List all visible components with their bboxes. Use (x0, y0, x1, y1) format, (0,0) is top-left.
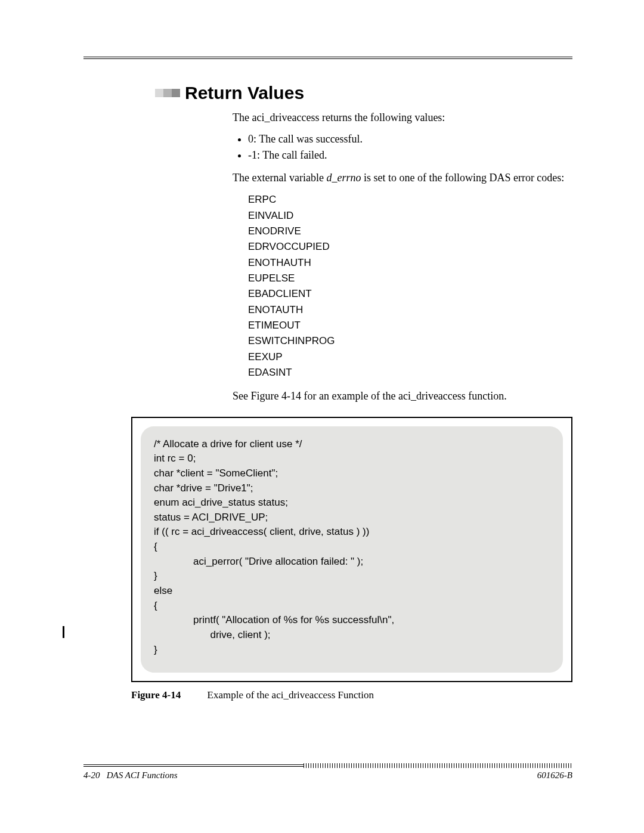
error-code: EBADCLIENT (248, 286, 570, 302)
footer-rule-right (304, 763, 572, 768)
text: The external variable (233, 172, 326, 184)
code-figure-frame: /* Allocate a drive for client use */ in… (131, 417, 572, 683)
footer-left: 4-20 DAS ACI Functions (83, 770, 178, 781)
code-block: /* Allocate a drive for client use */ in… (141, 426, 563, 673)
error-code-list: ERPC EINVALID ENODRIVE EDRVOCCUPIED ENOT… (233, 192, 570, 380)
revision-bar (63, 626, 64, 638)
chapter-title: DAS ACI Functions (107, 770, 178, 780)
text: is set to one of the following DAS error… (361, 172, 564, 184)
page-body: Return Values The aci_driveaccess return… (83, 57, 572, 755)
footer-rule-left (83, 764, 304, 767)
error-code: EDASINT (248, 365, 570, 380)
error-code: ETIMEOUT (248, 318, 570, 333)
error-code: ENOTAUTH (248, 302, 570, 318)
error-code: ESWITCHINPROG (248, 333, 570, 349)
page-footer: 4-20 DAS ACI Functions 601626-B (83, 763, 572, 781)
return-values-list: 0: The call was successful. -1: The call… (233, 132, 570, 162)
figure-caption: Figure 4-14 Example of the aci_driveacce… (131, 689, 572, 701)
list-item: 0: The call was successful. (248, 132, 570, 146)
page-number: 4-20 (83, 770, 100, 780)
error-code: ENOTHAUTH (248, 255, 570, 271)
heading-squares-icon (155, 89, 180, 97)
error-code: EEXUP (248, 349, 570, 365)
error-code: EINVALID (248, 208, 570, 224)
variable-name: d_errno (326, 172, 361, 184)
errno-paragraph: The external variable d_errno is set to … (233, 171, 570, 185)
error-code: EDRVOCCUPIED (248, 239, 570, 255)
section-heading: Return Values (155, 83, 572, 103)
section-title: Return Values (185, 83, 304, 103)
intro-paragraph: The aci_driveaccess returns the followin… (233, 110, 570, 125)
body-column: The aci_driveaccess returns the followin… (233, 110, 570, 404)
footer-rule (83, 763, 572, 768)
figure-label: Figure 4-14 (131, 689, 181, 701)
top-rule (83, 57, 572, 59)
error-code: ENODRIVE (248, 224, 570, 239)
see-figure-paragraph: See Figure 4-14 for an example of the ac… (233, 389, 570, 403)
error-code: EUPELSE (248, 271, 570, 286)
list-item: -1: The call failed. (248, 148, 570, 162)
footer-right: 601626-B (537, 770, 572, 781)
error-code: ERPC (248, 192, 570, 208)
figure-caption-text: Example of the aci_driveaccess Function (208, 689, 374, 701)
